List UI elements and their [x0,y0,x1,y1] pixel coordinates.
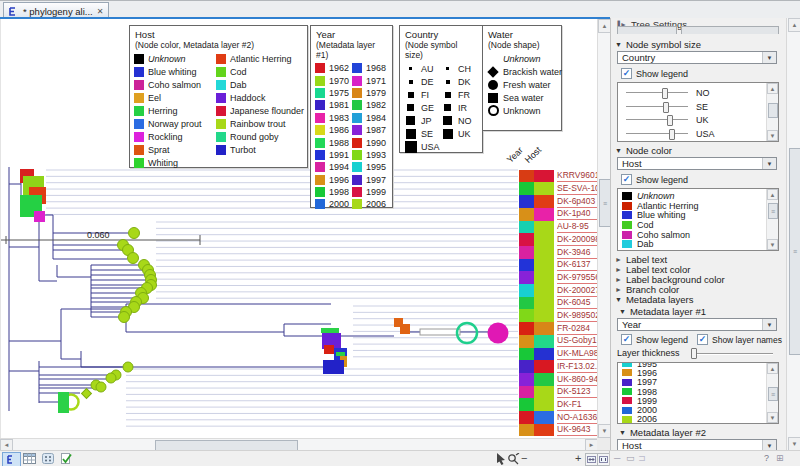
legend-label: 1987 [366,125,386,135]
symbol-size-item[interactable]: SE [618,100,778,113]
tree-canvas[interactable]: 0.060 [0,19,598,438]
chevron-down-icon[interactable]: ▼ [762,319,776,330]
node-color-select[interactable]: Host ▼ [617,157,777,170]
year-color-item[interactable]: 1996 [618,368,779,377]
taxon-label[interactable]: DK-9895024 [557,310,598,322]
year-color-item[interactable]: 1997 [618,378,779,387]
node-color-item[interactable]: Dab [618,240,779,250]
taxon-label[interactable]: DK-6p403 [557,196,598,208]
taxon-label[interactable]: DK-200027-3 [557,285,598,297]
symbol-size-item[interactable]: NO [618,86,778,99]
symbol-size-item[interactable]: USA [618,127,778,140]
taxon-label[interactable]: DK-9795568 [557,272,598,284]
symbol-size-item[interactable]: UK [618,113,778,126]
taxon-label[interactable]: DK-5123 [557,386,598,398]
zoom-tool-button[interactable] [505,452,522,465]
show-legend-checkbox[interactable]: ✓ Show legend [621,334,688,345]
taxon-label[interactable]: UK-MLA98-6PT [557,348,598,360]
show-legend-checkbox[interactable]: ✓ Show legend [621,174,688,185]
year-color-item[interactable]: 2006 [618,415,779,424]
selected-value: Host [622,158,642,169]
country-size-swatch [404,127,417,140]
taxon-label[interactable]: DK-1p40 [557,208,598,220]
sidebar-scroll-thumb[interactable]: ≡ [789,148,800,355]
year-color-item[interactable]: 1998 [618,387,779,396]
taxon-label[interactable]: NO-A16368G [557,412,598,424]
taxon-label[interactable]: DK-3946 [557,247,598,259]
section-metadata-layers[interactable]: ▼ Metadata layers [615,294,694,305]
node-color-item[interactable]: Cod [618,220,779,230]
taxon-label[interactable]: DK-200098 [557,234,598,246]
matrix-view-button[interactable] [39,452,56,465]
remove-setting-icon[interactable]: ─ [614,453,620,464]
sidebar-scrollbar[interactable]: ▲ ▼ ≡ [786,18,800,450]
settings-grid-icon[interactable]: ⊞ [776,453,784,464]
chevron-down-icon[interactable]: ▼ [762,158,776,169]
node-symbol-size-select[interactable]: Country ▼ [617,51,777,64]
node-color-item[interactable]: Blue whiting [618,210,779,220]
symbol-size-list[interactable]: ▲ ▼ NOSEUKUSA [617,82,779,142]
node-color-item[interactable]: Unknown [618,191,779,201]
show-layer-names-checkbox[interactable]: ✓ Show layer names [697,334,782,345]
tree-view-button[interactable] [2,452,21,466]
checkbox-checked-icon: ✓ [697,334,708,345]
year-color-item[interactable]: 1999 [618,396,779,405]
report-view-button[interactable] [57,452,74,465]
section-metadata-layer-2[interactable]: ▼ Metadata layer #2 [619,427,706,438]
year-color-item[interactable]: 2000 [618,406,779,415]
legend-item: Brackish water [487,65,557,78]
size-slider-thumb[interactable] [669,129,675,140]
scroll-down-icon[interactable]: ▼ [788,437,800,451]
metadata-layer2-select[interactable]: Host ▼ [617,439,777,450]
taxon-label[interactable]: UK-860-94 [557,374,598,386]
taxon-label[interactable]: UK-9643 [557,424,598,436]
taxon-label[interactable]: US-Goby1-5 [557,335,598,347]
legend-item: NO [441,114,477,127]
size-slider-thumb[interactable] [663,102,669,113]
metadata-cell-year [519,182,534,195]
taxon-label[interactable]: SE-SVA-1033 [557,183,598,195]
show-legend-checkbox[interactable]: ✓ Show legend [621,68,688,79]
legend-item: USA [404,140,441,153]
layer-thickness-slider[interactable] [691,353,773,355]
country-size-swatch [441,75,454,88]
taxon-label[interactable]: FR-0284 [557,323,598,335]
node-color-item[interactable]: Coho salmon [618,230,779,240]
legend-item: 1982 [352,99,388,111]
zoom-out-label[interactable]: − [521,452,527,465]
node-color-label: Atlantic Herring [637,201,699,211]
node-color-item[interactable]: Eel [618,249,779,251]
taxon-label[interactable]: KRRV9601 [557,170,598,182]
layer-thickness-thumb[interactable] [691,348,697,359]
canvas-vertical-scrollbar[interactable]: ▲ ▼ ≡ [597,19,611,438]
tab-phylogeny[interactable]: * phylogeny ali... ✕ [3,2,109,18]
zoom-in-label[interactable]: + [575,452,581,465]
taxon-label[interactable]: DK-6137 [557,259,598,271]
close-icon[interactable]: ✕ [97,7,104,16]
size-slider-thumb[interactable] [667,115,673,126]
new-view-icon[interactable]: ▭ [626,453,635,464]
chevron-collapsed-icon: ► [615,266,622,273]
legend-label: 1995 [366,162,386,172]
metadata-layer1-select[interactable]: Year ▼ [617,318,777,331]
taxon-label[interactable]: AU-8-95 [557,221,598,233]
node-color-item[interactable]: Atlantic Herring [618,201,779,211]
scroll-up-icon[interactable]: ▲ [788,18,800,32]
help-button[interactable]: ? [764,453,769,464]
size-slider-thumb[interactable] [662,88,668,99]
dock-panel-icon[interactable]: ⊐ [638,453,646,464]
legend-item: Sea water [487,91,557,104]
chevron-expanded-icon: ▼ [619,308,626,315]
metadata-cell-host [534,284,554,297]
section-node-symbol-size[interactable]: ▼ Node symbol size [615,39,701,50]
node-color-list[interactable]: ▲ ▼ ≡ UnknownAtlantic HerringBlue whitin… [617,188,779,251]
section-node-color[interactable]: ▼ Node color [615,145,672,156]
taxon-label[interactable]: DK-F1 [557,399,598,411]
taxon-label[interactable]: DK-6045 [557,297,598,309]
section-metadata-layer-1[interactable]: ▼ Metadata layer #1 [619,306,706,317]
table-view-button[interactable] [21,452,38,465]
taxon-label[interactable]: IR-F13.02.97 [557,361,598,373]
chevron-down-icon[interactable]: ▼ [762,440,776,450]
chevron-down-icon[interactable]: ▼ [762,52,776,63]
year-color-list[interactable]: ▲ ▼ ≡ 1995199619971998199920002006 [617,362,779,424]
